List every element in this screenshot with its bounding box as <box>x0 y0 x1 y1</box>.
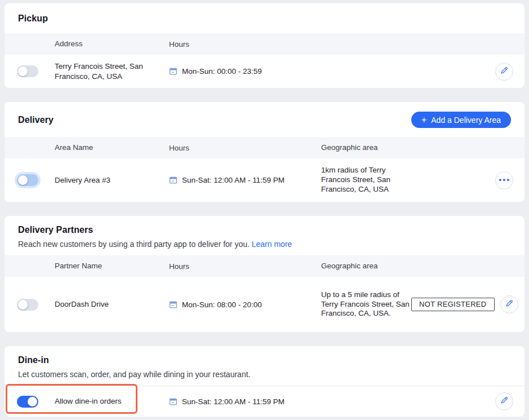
toggle-knob <box>18 175 28 185</box>
calendar-icon <box>169 300 177 309</box>
delivery-area-toggle[interactable] <box>17 174 38 186</box>
pencil-icon <box>505 299 513 310</box>
partners-table-header: Partner Name Hours Geographic area <box>5 255 524 277</box>
dine-in-hours: Sun-Sat: 12:00 AM - 11:59 PM <box>182 397 284 406</box>
toggle-knob <box>28 397 37 406</box>
delivery-table-header: Area Name Hours Geographic area <box>5 137 524 158</box>
column-header-geographic-area: Geographic area <box>321 262 411 271</box>
delivery-section: Delivery + Add a Delivery Area Area Name… <box>5 102 524 202</box>
column-header-hours: Hours <box>169 40 321 48</box>
column-header-area-name: Area Name <box>55 143 169 153</box>
table-row: Delivery Area #3 Sun-Sat: 12:00 AM - 11:… <box>5 158 524 202</box>
delivery-area-name: Delivery Area #3 <box>55 175 169 185</box>
dine-in-label: Allow dine-in orders <box>55 396 169 406</box>
dine-in-header: Dine-in Let customers scan, order, and p… <box>5 346 524 386</box>
pencil-icon <box>500 67 508 77</box>
section-title-delivery: Delivery <box>18 114 54 126</box>
pickup-table-header: Address Hours <box>5 33 524 55</box>
delivery-partners-header: Delivery Partners Reach new customers by… <box>5 216 524 255</box>
ellipsis-icon: ●●● <box>498 178 510 183</box>
pencil-icon <box>500 396 508 406</box>
delivery-area-hours: Sun-Sat: 12:00 AM - 11:59 PM <box>182 176 284 184</box>
page-title: Pickup <box>18 13 48 24</box>
edit-pickup-button[interactable] <box>495 63 513 81</box>
calendar-icon <box>169 397 177 406</box>
delivery-partners-subtitle: Reach new customers by using a third par… <box>18 239 292 249</box>
pickup-section: Pickup Address Hours Terry Francois Stre… <box>5 3 524 88</box>
toggle-knob <box>18 300 28 310</box>
add-delivery-area-label: Add a Delivery Area <box>431 116 501 125</box>
section-title-dine-in: Dine-in <box>18 355 250 366</box>
calendar-icon <box>169 67 177 76</box>
partner-hours: Mon-Sun: 08:00 - 20:00 <box>182 300 262 309</box>
section-title-delivery-partners: Delivery Partners <box>18 224 292 236</box>
partner-name: DoorDash Drive <box>55 299 169 310</box>
delivery-area-geo: 1km radius of Terry Francois Street, San… <box>321 166 411 194</box>
status-badge: NOT REGISTERED <box>411 298 495 311</box>
pickup-address: Terry Francois Street, San Francisco, CA… <box>55 61 169 81</box>
ordering-settings-page: Pickup Address Hours Terry Francois Stre… <box>0 0 529 420</box>
delivery-area-more-button[interactable]: ●●● <box>495 171 513 189</box>
pickup-header: Pickup <box>5 3 524 33</box>
dine-in-toggle[interactable] <box>17 396 38 408</box>
edit-dine-in-button[interactable] <box>495 392 513 410</box>
plus-icon: + <box>421 116 426 125</box>
dine-in-section: Dine-in Let customers scan, order, and p… <box>5 346 524 417</box>
toggle-knob <box>18 67 28 76</box>
partner-geo: Up to a 5 mile radius of Terry Francois … <box>321 290 411 319</box>
edit-partner-button[interactable] <box>500 295 518 313</box>
column-header-hours: Hours <box>169 262 321 271</box>
column-header-partner-name: Partner Name <box>55 261 169 271</box>
learn-more-link[interactable]: Learn more <box>252 240 292 249</box>
delivery-header: Delivery + Add a Delivery Area <box>5 102 524 137</box>
table-row: DoorDash Drive Mon-Sun: 08:00 - 20:00 Up… <box>5 277 524 332</box>
pickup-toggle[interactable] <box>17 65 38 77</box>
table-row: Terry Francois Street, San Francisco, CA… <box>5 55 524 88</box>
doordash-toggle[interactable] <box>17 299 38 311</box>
delivery-partners-section: Delivery Partners Reach new customers by… <box>5 216 524 332</box>
pickup-hours: Mon-Sun: 00:00 - 23:59 <box>182 67 262 76</box>
column-header-address: Address <box>55 39 169 49</box>
dine-in-subtitle: Let customers scan, order, and pay while… <box>18 369 250 379</box>
calendar-icon <box>169 176 177 184</box>
table-row: Allow dine-in orders Sun-Sat: 12:00 AM -… <box>5 386 524 417</box>
add-delivery-area-button[interactable]: + Add a Delivery Area <box>411 112 511 128</box>
column-header-hours: Hours <box>169 144 321 152</box>
column-header-geographic-area: Geographic area <box>321 143 411 153</box>
